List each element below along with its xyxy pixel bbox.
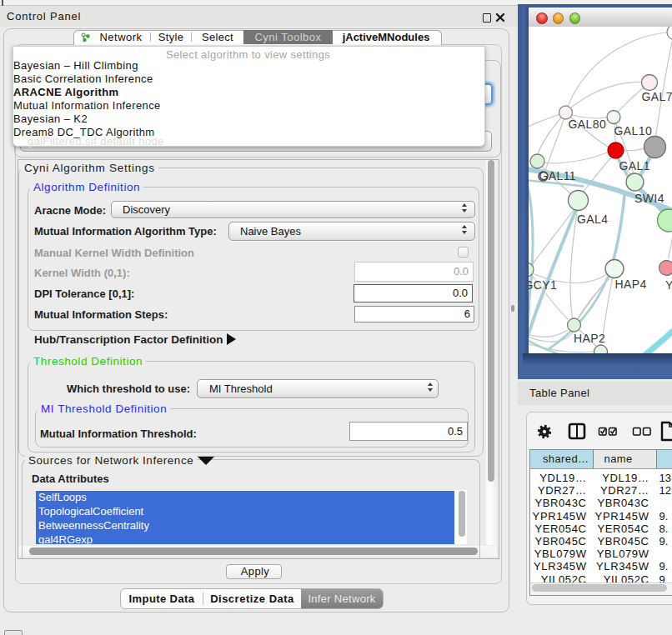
svg-text:GAL1: GAL1 [619,158,649,172]
svg-text:GAL4: GAL4 [577,212,608,226]
svg-text:HAP4: HAP4 [614,278,646,291]
svg-text:GAL80: GAL80 [568,118,606,131]
svg-text:SWI4: SWI4 [634,192,664,205]
svg-text:GAL11: GAL11 [539,169,576,182]
svg-text:HAP2: HAP2 [574,332,605,345]
svg-text:GAL10: GAL10 [614,124,652,138]
svg-text:GAL7: GAL7 [641,89,672,102]
svg-text:GCY1: GCY1 [529,278,557,291]
svg-text:YM: YM [665,278,672,291]
